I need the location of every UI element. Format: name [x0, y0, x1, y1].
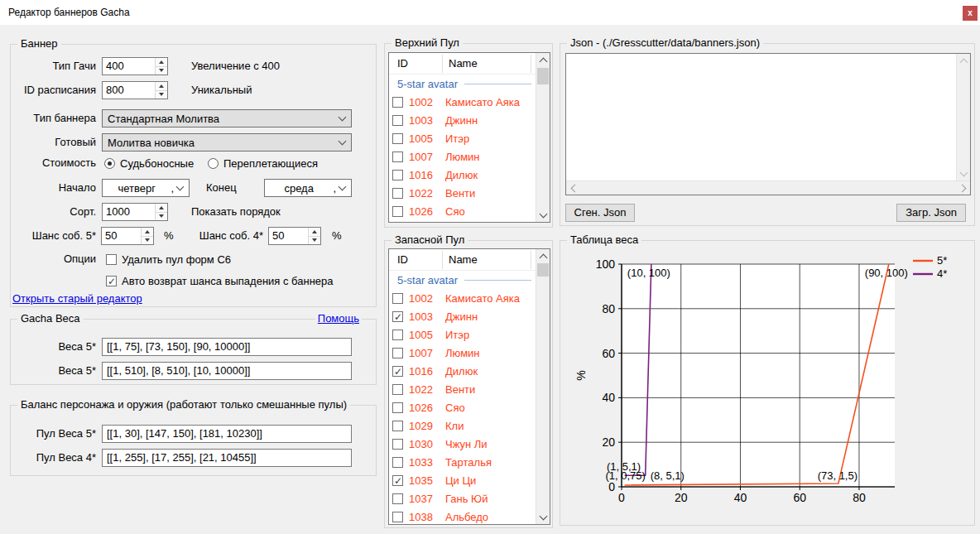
table-row[interactable]: 1007Люмин: [389, 344, 536, 362]
row-checkbox[interactable]: [392, 152, 403, 162]
y-tick-label: 60: [602, 347, 615, 360]
weights5a-input[interactable]: [[1, 75], [73, 150], [90, 10000]]: [102, 338, 352, 356]
table-row-partial[interactable]: [389, 220, 536, 223]
cost-radio-fate[interactable]: Судьбоносные: [104, 156, 194, 170]
spin-down-button[interactable]: [156, 212, 167, 221]
load-json-button[interactable]: Загр. Json: [896, 204, 966, 222]
row-checkbox[interactable]: [392, 115, 403, 126]
row-checkbox[interactable]: [392, 493, 403, 504]
row-checkbox[interactable]: [392, 293, 403, 304]
column-header-name[interactable]: Name: [449, 249, 478, 270]
table-row[interactable]: 1016Дилюк: [389, 362, 536, 380]
reserve-pool-scrollbar[interactable]: [536, 249, 550, 524]
table-row[interactable]: 1026Сяо: [389, 202, 536, 220]
gacha-type-input[interactable]: 400: [102, 57, 168, 75]
end-day-select[interactable]: среда ,: [264, 179, 352, 197]
scroll-right-button[interactable]: [956, 181, 970, 195]
generate-json-button[interactable]: Сген. Json: [565, 204, 635, 222]
table-row[interactable]: 1007Люмин: [389, 147, 536, 166]
row-checkbox[interactable]: [392, 457, 403, 468]
spin-up-button[interactable]: [309, 228, 320, 236]
row-checkbox[interactable]: [392, 311, 403, 322]
end-day-label: Конец: [198, 179, 238, 197]
x-tick-label: 60: [793, 491, 806, 504]
scroll-down-button[interactable]: [957, 166, 970, 180]
upper-pool-scrollbar[interactable]: [536, 53, 550, 222]
scroll-down-button[interactable]: [536, 208, 550, 222]
schedule-id-label: ID расписания: [14, 81, 96, 99]
table-row[interactable]: 1003Джинн: [389, 307, 536, 325]
table-row[interactable]: 1030Чжун Ли: [389, 435, 536, 453]
row-checkbox[interactable]: [392, 206, 403, 217]
scroll-up-button[interactable]: [957, 54, 970, 68]
scrollbar-thumb[interactable]: [537, 68, 549, 84]
window-title: Редактор баннеров Gacha: [8, 7, 130, 18]
help-link[interactable]: Помощь: [315, 312, 362, 325]
start-day-select[interactable]: четверг ,: [102, 179, 190, 197]
row-checkbox[interactable]: [392, 512, 403, 522]
table-row[interactable]: 1026Сяо: [389, 398, 536, 416]
banner-type-select[interactable]: Стандартная Молитва: [102, 109, 352, 127]
prefab-select[interactable]: Молитва новичка: [102, 133, 352, 152]
row-checkbox[interactable]: [392, 348, 403, 358]
table-row[interactable]: 1016Дилюк: [389, 166, 536, 184]
row-checkbox[interactable]: [392, 366, 403, 377]
spin-up-button[interactable]: [142, 228, 153, 236]
scroll-up-button[interactable]: [536, 249, 550, 263]
row-checkbox[interactable]: [392, 402, 403, 413]
json-textarea[interactable]: [565, 53, 971, 195]
spin-up-button[interactable]: [156, 204, 167, 212]
weights5b-input[interactable]: [[1, 510], [8, 510], [10, 10000]]: [102, 362, 352, 380]
table-row[interactable]: 1037Гань Юй: [389, 489, 536, 508]
close-button[interactable]: x: [963, 6, 978, 21]
pool5-input[interactable]: [[1, 30], [147, 150], [181, 10230]]: [102, 425, 352, 443]
open-old-editor-link[interactable]: Открыть старый редактор: [12, 292, 142, 305]
chance4-input[interactable]: 50: [268, 227, 321, 245]
row-checkbox[interactable]: [392, 133, 403, 144]
table-row[interactable]: 1002Камисато Аяка: [389, 93, 536, 111]
row-checkbox[interactable]: [392, 97, 403, 108]
column-header-name[interactable]: Name: [449, 53, 478, 74]
scroll-down-button[interactable]: [536, 510, 550, 524]
table-row[interactable]: 1002Камисато Аяка: [389, 289, 536, 307]
spin-up-button[interactable]: [156, 82, 167, 90]
auto-return-checkbox[interactable]: Авто возврат шанса выпадения с баннера: [106, 274, 334, 287]
spin-down-button[interactable]: [309, 236, 320, 245]
row-checkbox[interactable]: [392, 170, 403, 180]
row-checkbox[interactable]: [392, 439, 403, 450]
table-row[interactable]: 1029Кли: [389, 416, 536, 435]
chance5-input[interactable]: 50: [101, 227, 154, 245]
spin-up-icon: [159, 206, 164, 209]
table-row[interactable]: 1022Венти: [389, 184, 536, 202]
spin-down-button[interactable]: [156, 90, 167, 99]
column-header-id[interactable]: ID: [397, 53, 408, 74]
end-day-value: среда: [265, 182, 333, 195]
table-row[interactable]: 1005Итэр: [389, 129, 536, 147]
row-checkbox[interactable]: [392, 330, 403, 340]
table-row[interactable]: 1003Джинн: [389, 111, 536, 129]
column-header-id[interactable]: ID: [397, 249, 408, 270]
spin-down-button[interactable]: [156, 66, 167, 75]
schedule-id-input[interactable]: 800: [102, 81, 168, 99]
remove-pool-checkbox[interactable]: Удалить пул форм С6: [106, 253, 231, 266]
balance-group-title: Баланс персонажа и оружия (работают толь…: [17, 398, 350, 411]
table-row[interactable]: 1033Тарталья: [389, 453, 536, 471]
table-row[interactable]: 1022Венти: [389, 380, 536, 398]
row-checkbox[interactable]: [392, 475, 403, 486]
cost-radio-intertwined[interactable]: Переплетающиеся: [208, 156, 318, 170]
table-row[interactable]: 1035Ци Ци: [389, 471, 536, 489]
sort-input[interactable]: 1000: [102, 203, 168, 221]
scroll-up-button[interactable]: [536, 53, 550, 67]
row-checkbox[interactable]: [392, 384, 403, 395]
row-checkbox[interactable]: [392, 188, 403, 199]
spin-down-button[interactable]: [142, 236, 153, 245]
table-row[interactable]: 1005Итэр: [389, 325, 536, 344]
scrollbar-thumb[interactable]: [537, 263, 549, 277]
json-horizontal-scrollbar[interactable]: [566, 180, 970, 195]
table-row[interactable]: 1038Альбедо: [389, 508, 536, 525]
spin-up-button[interactable]: [156, 58, 167, 66]
scroll-left-button[interactable]: [566, 181, 580, 195]
json-vertical-scrollbar[interactable]: [956, 54, 970, 180]
row-checkbox[interactable]: [392, 421, 403, 431]
pool4-input[interactable]: [[1, 255], [17, 255], [21, 10455]]: [102, 449, 352, 467]
